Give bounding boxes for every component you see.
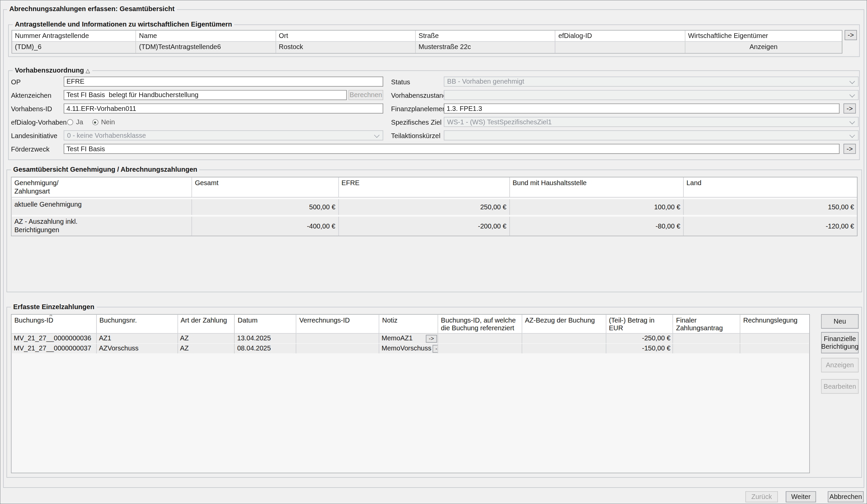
einzelzahlungen-header-row: ^Buchungs-ID Buchungsnr. Art der Zahlung… [11,315,809,334]
zurueck-button: Zurück [745,491,778,502]
cell-bund: -80,00 € [510,217,683,236]
weiter-button[interactable]: Weiter [786,491,816,502]
wirtschaftliche-eigentuemer-anzeigen[interactable]: Anzeigen [685,42,842,53]
cell-buchungs-id: MV_21_27__0000000036 [11,333,96,343]
cell-efre: 250,00 € [339,199,510,215]
cell-finaler-zahlungsantrag [673,344,741,353]
radio-unselected-icon [67,119,73,125]
column-header: Land [684,177,857,198]
column-header-rechnungslegung[interactable]: Rechnungslegung [741,315,810,334]
chevron-down-icon [374,132,380,138]
einzelzahlungen-table: ^Buchungs-ID Buchungsnr. Art der Zahlung… [11,314,810,473]
bearbeiten-button: Bearbeiten [821,379,859,393]
landesinitiative-select: 0 - keine Vorhabensklasse [64,130,383,141]
table-row[interactable]: MV_21_27__0000000037 AZVorschuss AZ 08.0… [11,344,809,353]
column-header-verrechnungs-id[interactable]: Verrechnungs-ID [297,315,379,334]
open-antragstellende-button[interactable]: -> [845,30,857,40]
collapse-icon[interactable]: △ [86,67,90,74]
column-header: Wirtschaftliche Eigentümer [685,31,842,42]
column-header-referenz[interactable]: Buchungs-ID, auf welche die Buchung refe… [438,315,522,334]
vorhabens-id-input[interactable]: 4.11.EFR-Vorhaben011 [64,103,383,113]
cell-strasse: Musterstraße 22c [416,42,556,53]
column-header: efDialog-ID [556,31,685,42]
main-group: Abrechnungszahlungen erfassen: Gesamtübe… [3,9,864,488]
cell-bund: 100,00 € [510,199,683,215]
chevron-down-icon [849,79,855,84]
notiz-open-button[interactable]: -> [432,345,438,352]
berechnen-button: Berechnen [349,90,383,100]
aktenzeichen-label: Aktenzeichen [11,92,51,100]
cell-datum: 13.04.2025 [235,333,297,343]
status-value: BB - Vorhaben genehmigt [447,77,524,86]
column-header-art[interactable]: Art der Zahlung [178,315,235,334]
table-row: AZ - Auszahlung inkl. Berichtigungen -40… [11,217,857,236]
cell-land: -120,00 € [684,217,857,236]
finanzplanelement-label: Finanzplanelement [391,105,448,113]
vorhabenszustand-select [444,90,859,100]
table-row[interactable]: (TDM)_6 (TDM)TestAntragstellende6 Rostoc… [12,42,842,53]
notiz-open-button[interactable]: -> [426,335,437,342]
chevron-down-icon [849,119,855,125]
column-header-az-bezug[interactable]: AZ-Bezug der Buchung [522,315,606,334]
table-row[interactable]: MV_21_27__0000000036 AZ1 AZ 13.04.2025 M… [11,333,809,343]
landesinitiative-label: Landesinitiative [11,132,57,141]
cell-gesamt: 500,00 € [192,199,339,215]
section-gesamtuebersicht-title: Gesamtübersicht Genehmigung / Abrechnung… [11,166,200,174]
footer-bar: Zurück Weiter Abbrechen [0,491,864,502]
column-header-buchungsnr[interactable]: Buchungsnr. [96,315,178,334]
neu-button[interactable]: Neu [821,314,859,329]
foerderzweck-open-button[interactable]: -> [844,144,856,154]
finanzielle-berichtigung-button[interactable]: Finanzielle Berichtigung [821,332,859,353]
section-antragstellende: Antragstellende und Informationen zu wir… [8,24,860,57]
gesamtuebersicht-table: Genehmigung/ Zahlungsart Gesamt EFRE Bun… [11,177,858,236]
finanzplanelement-open-button[interactable]: -> [844,103,856,113]
section-gesamtuebersicht: Gesamtübersicht Genehmigung / Abrechnung… [7,170,862,292]
cell-notiz: MemoAZ1-> [379,333,438,343]
cell-referenz [438,344,522,353]
teilaktionskuerzel-label: Teilaktionskürzel [391,132,440,141]
teilaktionskuerzel-select [444,130,859,141]
radio-selected-icon [92,119,98,125]
cell-az-bezug [522,344,606,353]
column-header-buchungs-id[interactable]: ^Buchungs-ID [11,315,96,334]
table-row: aktuelle Genehmigung 500,00 € 250,00 € 1… [11,199,857,215]
antragstellende-header-row: Nummer Antragstellende Name Ort Straße e… [12,31,842,42]
notiz-text: MemoAZ1 [382,334,413,343]
section-vorhabenszuordnung: Vorhabenszuordnung△ OP EFRE Aktenzeichen… [8,70,860,160]
efdialog-vorhaben-label: efDialog-Vorhaben [11,119,67,127]
radio-nein[interactable]: Nein [92,118,115,126]
aktenzeichen-input[interactable]: Test FI Basis belegt für Handbucherstell… [64,90,346,100]
cell-rechnungslegung [741,333,810,343]
column-header-datum[interactable]: Datum [235,315,297,334]
section-vorhabenszuordnung-title: Vorhabenszuordnung△ [13,67,92,75]
column-header: Gesamt [192,177,339,198]
antragstellende-table: Nummer Antragstellende Name Ort Straße e… [11,30,842,53]
cell-buchungsnr: AZ1 [96,333,178,343]
cell-zahlungsart: AZ - Auszahlung inkl. Berichtigungen [11,217,192,236]
foerderzweck-input[interactable]: Test FI Basis [64,144,839,154]
cell-zahlungsart: aktuelle Genehmigung [11,199,192,215]
section-einzelzahlungen: Erfasste Einzelzahlungen ^Buchungs-ID Bu… [7,307,862,478]
column-header-betrag[interactable]: (Teil-) Betrag in EUR [606,315,673,334]
cell-ort: Rostock [276,42,416,53]
page-title: Abrechnungszahlungen erfassen: Gesamtübe… [7,5,177,13]
op-input[interactable]: EFRE [64,77,383,87]
column-header-finaler-zahlungsantrag[interactable]: Finaler Zahlungsantrag [673,315,741,334]
cell-nummer: (TDM)_6 [12,42,136,53]
cell-art: AZ [178,344,235,353]
anzeigen-button: Anzeigen [821,358,859,372]
column-header: Nummer Antragstellende [12,31,136,42]
cell-efdialog-id [556,42,685,53]
cell-gesamt: -400,00 € [192,217,339,236]
vorhabenszustand-label: Vorhabenszustand [391,92,447,100]
radio-ja-label: Ja [76,118,83,126]
column-header-notiz[interactable]: Notiz [379,315,438,334]
status-label: Status [391,78,410,87]
column-header: Ort [276,31,416,42]
finanzplanelement-input[interactable]: 1.3. FPE1.3 [444,103,839,113]
abbrechen-button[interactable]: Abbrechen [828,491,864,502]
cell-land: 150,00 € [684,199,857,215]
radio-ja[interactable]: Ja [67,118,83,126]
status-select: BB - Vorhaben genehmigt [444,77,859,87]
gesamtuebersicht-header-row: Genehmigung/ Zahlungsart Gesamt EFRE Bun… [11,177,857,198]
